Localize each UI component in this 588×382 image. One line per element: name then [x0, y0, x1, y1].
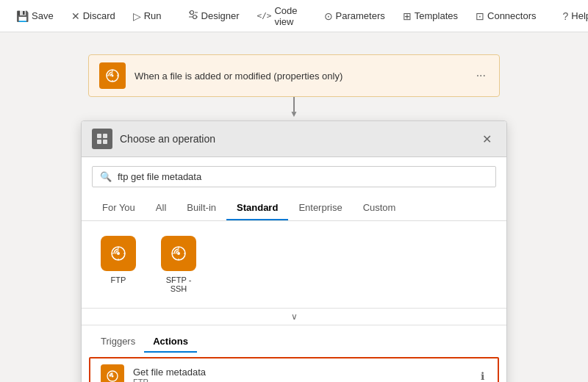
svg-point-1 — [193, 15, 196, 19]
codeview-icon: </> — [257, 11, 272, 21]
svg-point-11 — [177, 252, 180, 255]
tab-all[interactable]: All — [146, 196, 176, 220]
svg-rect-5 — [103, 134, 107, 138]
search-box: 🔍 — [92, 166, 496, 187]
connector-ftp-label: FTP — [111, 275, 126, 284]
tab-standard[interactable]: Standard — [226, 196, 288, 220]
discard-label: Discard — [83, 10, 115, 21]
codeview-label: Code view — [274, 5, 297, 27]
connectors-button[interactable]: ⊡ Connectors — [468, 6, 543, 26]
discard-icon: ✕ — [71, 10, 80, 22]
action-info-get-file-metadata[interactable]: ℹ — [478, 367, 487, 382]
dialog-header-icon — [92, 129, 112, 149]
operation-dialog: Choose an operation ✕ 🔍 For You All Buil… — [81, 120, 507, 382]
tabs-bar: For You All Built-in Standard Enterprise… — [82, 196, 506, 221]
connector-sftp-label: SFTP - SSH — [157, 275, 201, 293]
tab-builtin[interactable]: Built-in — [176, 196, 226, 220]
templates-icon: ⊞ — [403, 10, 412, 22]
trigger-text: When a file is added or modified (proper… — [135, 71, 473, 82]
svg-point-0 — [190, 11, 193, 15]
run-label: Run — [144, 10, 162, 21]
connectors-grid: FTP SFTP - SSH — [82, 221, 506, 309]
svg-point-9 — [117, 252, 120, 255]
svg-point-13 — [112, 375, 114, 378]
tab-enterprise[interactable]: Enterprise — [288, 196, 352, 220]
action-list: Get file metadata FTP ℹ Get file metadat — [82, 353, 506, 382]
arrow-connector — [88, 97, 500, 120]
svg-point-3 — [112, 75, 114, 77]
connectors-icon: ⊡ — [476, 10, 484, 22]
connectors-label: Connectors — [487, 10, 536, 21]
trigger-menu-button[interactable]: ··· — [473, 66, 489, 85]
canvas: When a file is added or modified (proper… — [0, 32, 588, 382]
sub-tabs-bar: Triggers Actions — [82, 325, 506, 353]
save-label: Save — [32, 10, 54, 21]
action-connector-get-file-metadata: FTP — [133, 378, 478, 383]
connector-sftp-icon-box — [161, 236, 196, 271]
action-icon-get-file-metadata — [101, 364, 124, 382]
search-icon: 🔍 — [100, 171, 112, 182]
action-name-get-file-metadata: Get file metadata — [133, 367, 478, 378]
collapse-icon: ∨ — [291, 311, 298, 322]
templates-label: Templates — [415, 10, 458, 21]
dialog-close-button[interactable]: ✕ — [478, 131, 496, 148]
save-icon: 💾 — [16, 10, 29, 22]
search-input[interactable] — [118, 171, 488, 182]
trigger-block: When a file is added or modified (proper… — [88, 54, 500, 97]
subtab-actions[interactable]: Actions — [144, 331, 197, 353]
parameters-label: Parameters — [336, 10, 385, 21]
run-button[interactable]: ▷ Run — [126, 6, 169, 26]
svg-rect-4 — [97, 134, 101, 138]
trigger-icon-box — [99, 62, 126, 89]
action-item-get-file-metadata[interactable]: Get file metadata FTP ℹ — [89, 357, 499, 382]
templates-button[interactable]: ⊞ Templates — [395, 6, 465, 26]
designer-button[interactable]: Designer — [181, 5, 247, 26]
dialog-title: Choose an operation — [120, 133, 478, 145]
codeview-button[interactable]: </> Code view — [250, 1, 305, 32]
help-label: Help — [571, 10, 588, 21]
toolbar: 💾 Save ✕ Discard ▷ Run Designer </> Code… — [0, 0, 588, 32]
svg-rect-6 — [97, 140, 101, 144]
discard-button[interactable]: ✕ Discard — [64, 6, 123, 26]
action-text-get-file-metadata: Get file metadata FTP — [133, 367, 478, 383]
connector-ftp-icon-box — [101, 236, 136, 271]
subtab-triggers[interactable]: Triggers — [92, 331, 144, 353]
connector-ftp[interactable]: FTP — [92, 231, 145, 298]
parameters-button[interactable]: ⊙ Parameters — [317, 6, 392, 26]
connector-sftp-ssh[interactable]: SFTP - SSH — [152, 231, 205, 298]
parameters-icon: ⊙ — [324, 10, 333, 22]
help-button[interactable]: ? Help — [556, 6, 589, 26]
tab-foryou[interactable]: For You — [92, 196, 146, 220]
tab-custom[interactable]: Custom — [353, 196, 406, 220]
svg-rect-7 — [103, 140, 107, 144]
collapse-bar[interactable]: ∨ — [82, 309, 506, 325]
help-icon: ? — [563, 10, 569, 22]
run-icon: ▷ — [133, 10, 141, 22]
designer-label: Designer — [201, 10, 240, 21]
save-button[interactable]: 💾 Save — [9, 6, 61, 26]
dialog-header: Choose an operation ✕ — [82, 121, 506, 157]
designer-icon — [188, 10, 198, 22]
